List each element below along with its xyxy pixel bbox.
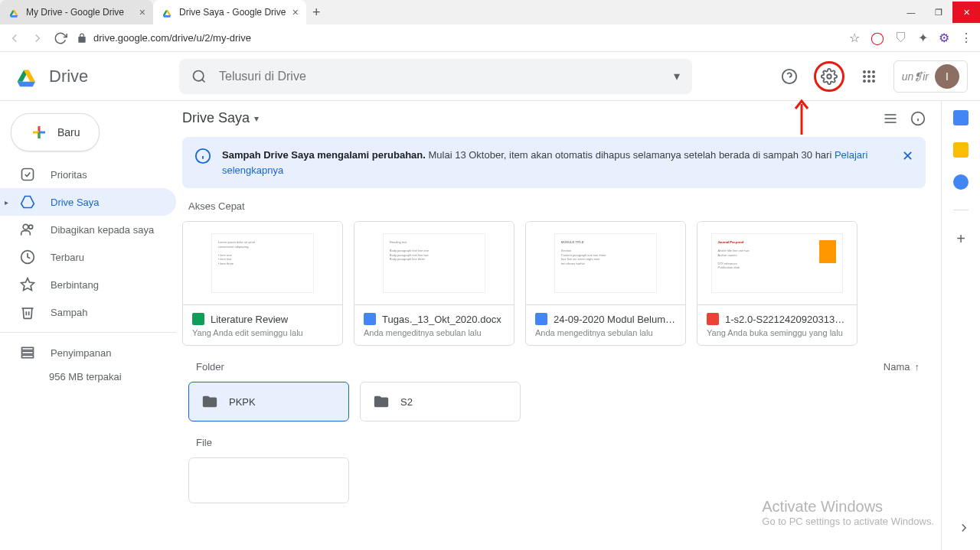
quick-access-card[interactable]: Heading textBody paragraph text line one… xyxy=(354,221,514,346)
help-button[interactable] xyxy=(774,61,805,92)
folder-name: S2 xyxy=(400,396,413,408)
shield-icon[interactable]: ⛉ xyxy=(895,31,907,45)
quick-access-card[interactable]: Lorem ipsum dolor sit ametconsectetur ad… xyxy=(182,221,343,346)
file-subtitle: Anda mengeditnya sebulan lalu xyxy=(535,328,676,337)
side-panel: + xyxy=(942,101,980,550)
arrow-up-icon: ↑ xyxy=(915,361,920,373)
hide-panel-button[interactable] xyxy=(957,521,971,535)
svg-rect-34 xyxy=(22,347,34,350)
windows-watermark: Activate Windows Go to PC settings to ac… xyxy=(762,498,934,527)
extension-icon[interactable]: ◯ xyxy=(871,31,884,45)
maximize-button[interactable]: ❐ xyxy=(925,2,952,23)
sidebar-item-storage[interactable]: Penyimpanan xyxy=(0,339,176,366)
extension-icon-2[interactable]: ⚙ xyxy=(939,31,949,45)
url-text: drive.google.com/drive/u/2/my-drive xyxy=(93,32,251,44)
sidebar: Baru Prioritas ▸ Drive Saya Dibagikan ke… xyxy=(0,101,176,550)
apps-button[interactable] xyxy=(854,61,884,92)
sidebar-item-starred[interactable]: Berbintang xyxy=(0,271,176,298)
avatar[interactable]: I xyxy=(935,64,959,89)
people-icon xyxy=(20,222,35,237)
svg-point-21 xyxy=(867,80,871,83)
sidebar-item-label: Berbintang xyxy=(51,279,99,291)
file-subtitle: Anda mengeditnya sebulan lalu xyxy=(364,328,505,337)
star-icon xyxy=(20,277,35,292)
info-button[interactable] xyxy=(910,111,926,126)
keep-icon[interactable] xyxy=(953,142,969,158)
drive-logo[interactable]: Drive xyxy=(12,61,173,92)
bookmark-star-icon[interactable]: ☆ xyxy=(849,31,860,45)
sheets-icon xyxy=(192,313,204,325)
plus-icon xyxy=(30,123,48,142)
add-button[interactable]: + xyxy=(956,230,965,248)
forward-button[interactable] xyxy=(31,31,44,45)
calendar-icon[interactable] xyxy=(953,110,969,125)
search-bar[interactable]: ▾ xyxy=(179,59,692,94)
annotation-arrow xyxy=(792,98,811,135)
sort-button[interactable]: Nama ↑ xyxy=(884,361,920,373)
tasks-icon[interactable] xyxy=(953,174,969,190)
svg-point-31 xyxy=(29,225,33,229)
reload-button[interactable] xyxy=(54,31,67,45)
svg-point-20 xyxy=(863,80,866,83)
sidebar-item-mydrive[interactable]: ▸ Drive Saya xyxy=(0,188,176,216)
svg-point-15 xyxy=(867,70,871,73)
extensions-icon[interactable]: ✦ xyxy=(918,31,928,45)
new-button-label: Baru xyxy=(57,126,80,138)
main-content: Drive Saya ▾ Sampah Drive Saya mengalami… xyxy=(176,101,942,550)
banner-close-button[interactable]: ✕ xyxy=(902,148,913,164)
file-card[interactable] xyxy=(188,457,349,503)
browser-tab-0[interactable]: My Drive - Google Drive × xyxy=(0,0,153,24)
svg-point-30 xyxy=(23,224,28,229)
browser-tab-1[interactable]: Drive Saya - Google Drive × xyxy=(153,0,306,24)
settings-button[interactable] xyxy=(814,61,844,92)
drive-icon xyxy=(20,194,35,210)
svg-rect-28 xyxy=(22,169,34,181)
file-preview: MODULE TITLESectionContent paragraph one… xyxy=(526,222,685,304)
search-input[interactable] xyxy=(219,70,662,83)
app-name: Drive xyxy=(49,67,88,86)
sidebar-item-shared[interactable]: Dibagikan kepada saya xyxy=(0,216,176,243)
sidebar-item-label: Drive Saya xyxy=(51,197,100,208)
sidebar-item-priority[interactable]: Prioritas xyxy=(0,161,176,188)
tab-title: Drive Saya - Google Drive xyxy=(179,7,286,18)
file-title: 24-09-2020 Modul Belum F... xyxy=(554,314,676,325)
tab-close-icon[interactable]: × xyxy=(292,6,299,18)
svg-rect-36 xyxy=(22,355,34,357)
folder-card[interactable]: S2 xyxy=(360,382,521,421)
banner-text: Mulai 13 Oktober, item akan otomatis dih… xyxy=(426,149,835,161)
org-badge[interactable]: un❡ir I xyxy=(893,60,968,93)
minimize-button[interactable]: — xyxy=(897,2,925,23)
sidebar-item-trash[interactable]: Sampah xyxy=(0,298,176,326)
close-window-button[interactable]: ✕ xyxy=(952,2,980,23)
checkcircle-icon xyxy=(20,167,35,182)
new-tab-button[interactable]: + xyxy=(306,5,327,21)
sidebar-item-recent[interactable]: Terbaru xyxy=(0,243,176,271)
quick-access-card[interactable]: Journal Pre-proofArticle title line one … xyxy=(697,221,858,346)
folder-card[interactable]: PKPK xyxy=(188,382,349,421)
file-subtitle: Yang Anda edit seminggu lalu xyxy=(192,328,333,337)
sidebar-item-label: Sampah xyxy=(51,307,87,318)
file-preview: Heading textBody paragraph text line one… xyxy=(354,222,514,304)
list-view-button[interactable] xyxy=(883,111,898,126)
expand-icon[interactable]: ▸ xyxy=(5,198,8,207)
svg-marker-1 xyxy=(13,10,18,15)
search-options-icon[interactable]: ▾ xyxy=(674,69,680,83)
svg-rect-35 xyxy=(22,351,34,353)
new-button[interactable]: Baru xyxy=(11,113,100,151)
svg-marker-5 xyxy=(163,15,172,18)
breadcrumb[interactable]: Drive Saya ▾ xyxy=(182,110,259,126)
svg-point-14 xyxy=(863,70,866,73)
quick-access-card[interactable]: MODULE TITLESectionContent paragraph one… xyxy=(525,221,686,346)
svg-point-17 xyxy=(863,75,866,78)
sidebar-item-label: Terbaru xyxy=(51,252,84,263)
address-bar[interactable]: drive.google.com/drive/u/2/my-drive xyxy=(77,32,840,44)
chevron-down-icon: ▾ xyxy=(254,113,259,124)
menu-icon[interactable]: ⋮ xyxy=(960,31,972,45)
sidebar-item-label: Prioritas xyxy=(51,169,87,181)
svg-marker-8 xyxy=(18,81,35,86)
tab-close-icon[interactable]: × xyxy=(139,6,145,18)
back-button[interactable] xyxy=(8,31,21,45)
svg-marker-29 xyxy=(21,197,34,208)
trash-icon xyxy=(20,304,35,320)
pdf-icon xyxy=(707,313,719,325)
